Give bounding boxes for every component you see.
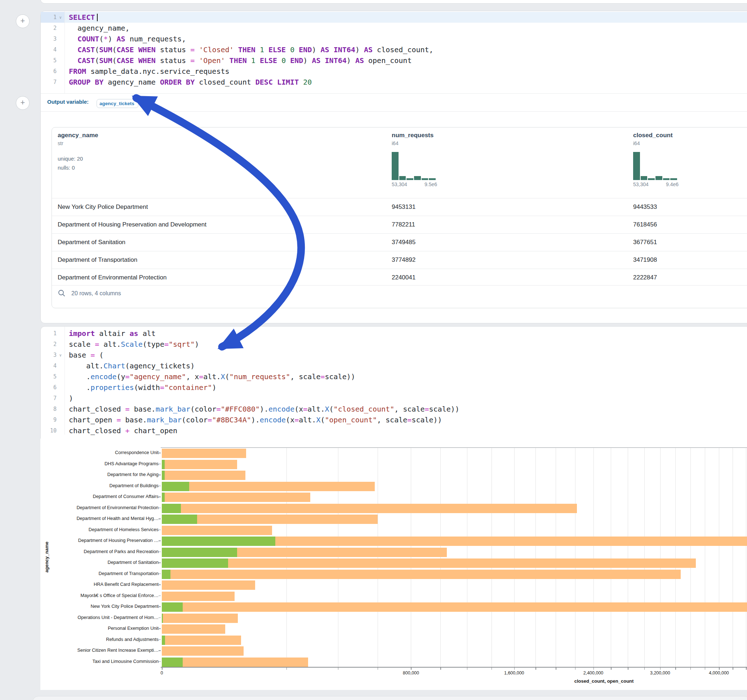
code-line[interactable]: 6FROM sample_data.nyc.service_requests	[41, 66, 747, 77]
bar-open-count	[162, 504, 181, 513]
bar-closed-count	[162, 591, 234, 601]
code-text: base = (	[65, 350, 103, 361]
python-code-editor[interactable]: 1import altair as alt2scale = alt.Scale(…	[41, 328, 747, 436]
code-text: CAST(SUM(CASE WHEN status = 'Open' THEN …	[65, 55, 411, 66]
column-histogram: 53,3049.4e6	[633, 152, 677, 180]
sql-cell: 1∨SELECT2 agency_name,3 COUNT(*) AS num_…	[40, 11, 747, 323]
code-line[interactable]: 2 agency_name,	[41, 23, 747, 33]
table-cell: 9453131	[392, 204, 416, 211]
y-axis-label: HRA Benefit Card Replacement	[40, 579, 159, 590]
code-line[interactable]: 3 COUNT(*) AS num_requests,	[41, 33, 747, 44]
code-line[interactable]: 7GROUP BY agency_name ORDER BY closed_co…	[41, 77, 747, 88]
y-axis-label: Refunds and Adjustments	[40, 634, 159, 645]
gridline	[575, 448, 576, 668]
table-cell: 2240041	[392, 274, 416, 281]
x-axis-title: closed_count, open_count	[575, 678, 634, 684]
sql-code-editor[interactable]: 1∨SELECT2 agency_name,3 COUNT(*) AS num_…	[41, 12, 747, 88]
code-line[interactable]: 9chart_open = base.mark_bar(color="#8BC3…	[41, 415, 747, 425]
gridline	[675, 448, 676, 668]
code-text: chart_closed + chart_open	[65, 425, 177, 436]
code-line[interactable]: 10chart_closed + chart_open	[41, 425, 747, 436]
x-axis-tick	[440, 668, 441, 670]
x-axis-tick	[644, 668, 645, 670]
notebook-page: + + 1∨SELECT2 agency_name,3 COUNT(*) AS …	[0, 0, 747, 700]
x-axis-tick	[556, 668, 556, 670]
table-cell: Department of Environmental Protection	[57, 274, 166, 281]
gridline	[719, 448, 719, 668]
collapse-chevron-icon[interactable]: ∨	[59, 350, 62, 361]
x-axis-tick	[611, 668, 611, 670]
x-axis-tick	[733, 668, 733, 670]
bar-open-count	[162, 514, 197, 524]
gutter-divider	[65, 11, 65, 93]
code-line[interactable]: 7)	[41, 393, 747, 404]
add-cell-button[interactable]: +	[16, 96, 30, 110]
text-cursor	[97, 14, 98, 21]
x-axis-tick	[593, 668, 594, 670]
code-text: agency_name,	[65, 23, 130, 33]
code-line[interactable]: 2scale = alt.Scale(type="sqrt")	[41, 339, 747, 350]
gridline	[491, 448, 492, 668]
bar-closed-count	[162, 646, 243, 656]
code-line[interactable]: 3∨base = (	[41, 350, 747, 361]
table-row[interactable]: Department of Housing Preservation and D…	[52, 216, 747, 234]
table-row[interactable]: Department of Environmental Protection22…	[52, 269, 747, 287]
code-line[interactable]: 1∨SELECT	[41, 12, 747, 23]
y-axis-label: Taxi and Limousine Commission	[40, 656, 159, 667]
code-text: .properties(width="container")	[65, 382, 216, 393]
code-line[interactable]: 1import altair as alt	[41, 328, 747, 339]
search-icon[interactable]	[57, 289, 66, 299]
gridline	[467, 448, 467, 668]
code-text: )	[65, 393, 73, 404]
table-row[interactable]: Department of Sanitation37494853677651	[52, 233, 747, 251]
line-number: 9	[41, 415, 65, 425]
gridline	[593, 448, 594, 668]
line-number: 8	[41, 404, 65, 415]
column-header-num_requests[interactable]: num_requestsi64	[392, 132, 434, 146]
bar-closed-count	[162, 471, 245, 480]
line-number: 10	[41, 425, 65, 436]
x-axis-tick	[467, 668, 468, 670]
table-row[interactable]: Department of Transportation377489234719…	[52, 251, 747, 269]
code-line[interactable]: 5 CAST(SUM(CASE WHEN status = 'Open' THE…	[41, 55, 747, 66]
add-cell-button[interactable]: +	[16, 14, 30, 28]
code-text: SELECT	[65, 12, 98, 23]
line-number: 5	[41, 371, 65, 382]
line-number: 1∨	[41, 12, 65, 23]
x-axis-tick	[719, 668, 720, 670]
bar-open-count	[162, 493, 165, 502]
plot-area	[161, 447, 747, 668]
y-axis-label: Correspondence Unit	[40, 447, 159, 459]
column-header-closed_count[interactable]: closed_counti64	[633, 132, 673, 146]
table-cell: 3677651	[633, 239, 657, 246]
line-number: 3∨	[41, 350, 65, 361]
table-cell: 3774892	[392, 256, 416, 264]
code-text: import altair as alt	[65, 328, 156, 339]
code-line[interactable]: 5 .encode(y="agency_name", x=alt.X("num_…	[41, 371, 747, 382]
table-row[interactable]: New York City Police Department945313194…	[52, 198, 747, 216]
code-line[interactable]: 4 alt.Chart(agency_tickets)	[41, 361, 747, 371]
column-header-agency_name[interactable]: agency_namestrunique: 20nulls: 0	[57, 132, 98, 172]
gridline	[411, 448, 411, 668]
gridline	[611, 448, 611, 668]
bar-closed-count	[162, 614, 238, 623]
gridline	[660, 448, 661, 668]
code-output-divider	[41, 93, 747, 94]
bar-closed-count	[162, 482, 375, 491]
collapse-chevron-icon[interactable]: ∨	[59, 12, 62, 23]
x-axis-tick	[162, 668, 163, 670]
code-line[interactable]: 4 CAST(SUM(CASE WHEN status = 'Closed' T…	[41, 44, 747, 55]
code-text: GROUP BY agency_name ORDER BY closed_cou…	[65, 77, 312, 88]
line-number: 2	[41, 339, 65, 350]
gridline	[514, 448, 514, 668]
code-line[interactable]: 8chart_closed = base.mark_bar(color="#FF…	[41, 404, 747, 415]
bar-closed-count	[162, 504, 577, 513]
output-variable-chip[interactable]: agency_tickets	[97, 99, 138, 108]
table-footer: 20 rows, 4 columns	[52, 285, 747, 308]
code-line[interactable]: 6 .properties(width="container")	[41, 382, 747, 393]
altair-chart: Correspondence UnitDHS Advantage Program…	[40, 439, 747, 690]
x-axis-tick	[286, 668, 287, 670]
y-axis-label: Department of Consumer Affairs	[40, 491, 159, 502]
bar-open-count	[162, 614, 163, 623]
bar-open-count	[162, 482, 189, 491]
